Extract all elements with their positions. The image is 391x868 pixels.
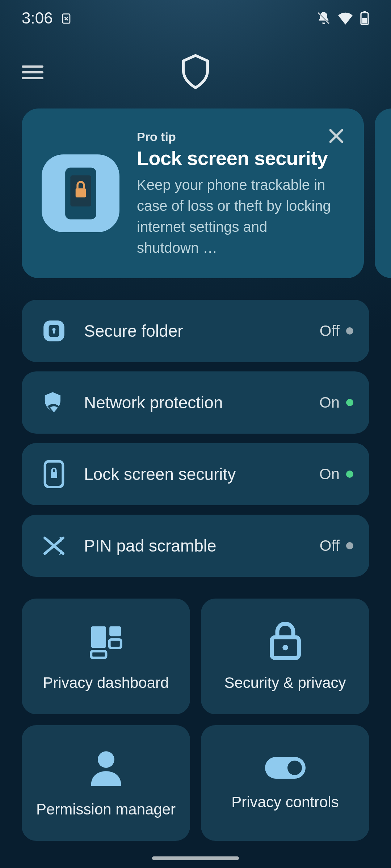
status-bar: 3:06 [0,0,391,36]
svg-rect-17 [91,626,106,648]
row-status: Off [320,322,340,340]
shuffle-icon [38,533,70,559]
feature-rows: Secure folder Off Network protection On … [0,278,391,599]
network-protection-icon [38,390,70,416]
gesture-nav-pill[interactable] [152,856,239,860]
tip-eyebrow: Pro tip [137,130,342,144]
row-status: Off [320,537,340,554]
svg-rect-4 [363,11,366,13]
tip-card[interactable]: Pro tip Lock screen security Keep your p… [22,109,364,278]
svg-rect-19 [109,639,121,648]
dashboard-icon [86,621,126,661]
tile-permission-manager[interactable]: Permission manager [22,725,190,841]
tip-carousel[interactable]: Pro tip Lock screen security Keep your p… [0,109,391,278]
svg-rect-16 [51,472,57,478]
row-label: Network protection [70,393,319,412]
row-label: Lock screen security [70,464,319,484]
status-right [316,11,369,25]
lock-icon [267,621,303,661]
tip-close-button[interactable] [326,126,346,146]
lock-screen-icon [38,460,70,488]
tile-privacy-controls[interactable]: Privacy controls [201,725,369,841]
row-label: PIN pad scramble [70,536,320,556]
svg-rect-18 [109,626,121,637]
tip-illustration [42,154,119,232]
svg-point-25 [287,761,302,775]
tip-card-next[interactable] [375,109,391,278]
app-logo-shield-icon [179,53,212,92]
status-badge-icon [60,12,72,24]
status-dot-on [346,399,353,406]
battery-icon [360,11,369,25]
tile-label: Permission manager [36,801,176,818]
svg-rect-5 [362,18,367,24]
svg-rect-14 [53,330,55,333]
row-network-protection[interactable]: Network protection On [22,371,369,434]
svg-rect-20 [91,651,106,658]
shortcut-tiles: Privacy dashboard Security & privacy Per… [0,599,391,863]
wifi-icon [337,12,353,25]
row-label: Secure folder [70,321,320,341]
tile-label: Privacy dashboard [43,674,169,692]
row-secure-folder[interactable]: Secure folder Off [22,300,369,362]
secure-folder-icon [38,318,70,344]
svg-rect-10 [75,188,86,197]
svg-point-23 [98,751,114,768]
status-left: 3:06 [22,9,72,27]
tile-label: Security & privacy [224,674,346,692]
tile-security-privacy[interactable]: Security & privacy [201,599,369,714]
notifications-off-icon [316,11,331,25]
svg-point-22 [282,645,288,650]
tip-content: Pro tip Lock screen security Keep your p… [137,128,342,258]
row-pin-pad-scramble[interactable]: PIN pad scramble Off [22,515,369,577]
tip-body: Keep your phone trackable in case of los… [137,174,332,258]
tile-privacy-dashboard[interactable]: Privacy dashboard [22,599,190,714]
row-status: On [319,465,340,483]
toggle-icon [264,755,307,780]
tip-title: Lock screen security [137,147,342,169]
row-status: On [319,394,340,411]
status-time: 3:06 [22,9,53,27]
tile-label: Privacy controls [231,793,339,811]
person-icon [86,748,126,788]
status-dot-on [346,471,353,478]
menu-button[interactable] [22,59,48,85]
app-header [0,36,391,109]
status-dot-off [346,327,353,335]
row-lock-screen-security[interactable]: Lock screen security On [22,443,369,505]
status-dot-off [346,542,353,549]
